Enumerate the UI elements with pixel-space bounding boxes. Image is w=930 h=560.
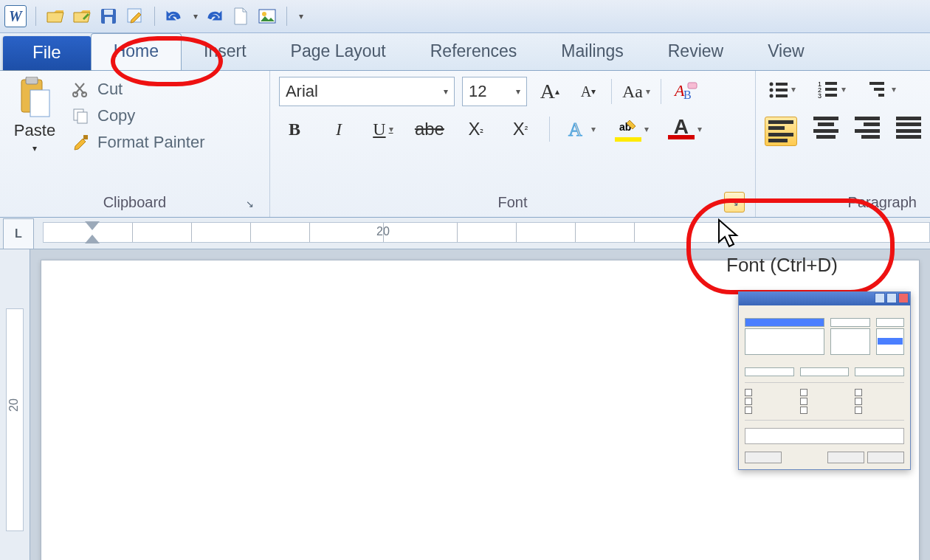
group-paragraph: 123 Parag [756,71,930,217]
numbering-icon[interactable]: 123 [815,77,849,102]
svg-rect-13 [83,135,88,139]
svg-rect-1 [104,10,113,15]
svg-text:B: B [683,89,692,101]
picture-icon[interactable] [257,6,278,27]
tab-insert[interactable]: Insert [182,34,269,70]
first-line-indent-icon[interactable] [85,221,100,230]
underline-icon[interactable]: U [368,117,399,142]
ribbon-home: Paste ▾ Cut Copy [0,71,930,218]
clipboard-dialog-launcher-icon[interactable]: ↘ [243,196,258,211]
scissors-icon [71,80,90,99]
tab-file[interactable]: File [3,36,91,70]
strikethrough-icon[interactable]: abe [412,117,447,142]
horizontal-ruler[interactable]: 20 [43,222,930,243]
tab-page-layout[interactable]: Page Layout [269,34,408,70]
word-app-icon[interactable]: W [4,5,27,27]
group-label-paragraph: Paragraph [765,193,921,214]
tab-review[interactable]: Review [646,34,745,70]
svg-point-23 [770,94,774,98]
paste-icon[interactable] [17,77,52,118]
superscript-icon[interactable]: X² [505,117,536,142]
format-painter-label: Format Painter [97,133,205,152]
font-name-value: Arial [286,82,318,101]
svg-rect-16 [688,83,697,89]
svg-rect-31 [869,82,884,85]
save-icon[interactable] [98,6,119,27]
cut-button[interactable]: Cut [71,80,205,99]
svg-rect-22 [776,89,788,91]
bullets-icon[interactable] [765,77,799,102]
svg-rect-30 [825,94,837,97]
svg-rect-8 [30,90,49,117]
tab-references[interactable]: References [408,34,540,70]
undo-dropdown-icon[interactable]: ▾ [193,11,198,21]
svg-rect-20 [776,83,788,86]
font-name-combo[interactable]: Arial ▾ [279,77,455,106]
tab-view[interactable]: View [745,34,826,70]
redo-icon[interactable] [204,6,224,27]
font-dialog-preview [738,291,911,470]
group-label-clipboard: Clipboard ↘ [9,193,261,214]
svg-rect-24 [776,94,788,97]
align-center-icon[interactable] [813,117,838,139]
ruler-area: L 20 [0,218,930,249]
font-size-value: 12 [469,82,486,101]
svg-point-5 [262,12,266,16]
open-recent-icon[interactable] [72,6,92,27]
font-tooltip: Font (Ctrl+D) [723,252,841,278]
svg-rect-32 [874,88,884,91]
undo-icon[interactable] [164,6,185,27]
font-size-combo[interactable]: 12 ▾ [462,77,527,106]
open-icon[interactable] [45,6,66,27]
copy-button[interactable]: Copy [71,106,205,125]
format-painter-button[interactable]: Format Painter [71,133,205,152]
hanging-indent-icon[interactable] [85,235,100,243]
svg-point-21 [770,89,774,92]
svg-text:3: 3 [818,92,822,98]
align-right-icon[interactable] [855,117,880,139]
group-font: Arial ▾ 12 ▾ A▴ A▾ Aa [270,71,756,217]
qat-separator [35,7,36,26]
shrink-font-icon[interactable]: A▾ [573,79,604,104]
qat-customize-icon[interactable]: ▾ [299,11,303,21]
svg-rect-12 [78,112,87,123]
quick-access-toolbar: W ▾ ▾ [0,0,930,33]
edit-icon[interactable] [125,6,145,27]
grow-font-icon[interactable]: A▴ [534,79,565,104]
clear-formatting-icon[interactable]: A B [669,79,701,104]
font-dialog-launcher-icon[interactable]: ↘ [724,192,745,212]
svg-point-9 [73,92,78,97]
chevron-down-icon: ▾ [516,86,520,97]
multilevel-list-icon[interactable] [865,77,899,102]
font-color-icon[interactable]: A [665,117,705,142]
change-case-icon[interactable]: Aa [619,79,653,104]
group-label-font: Font ↘ [279,193,746,214]
svg-rect-28 [825,88,837,91]
align-justify-icon[interactable] [896,117,921,139]
qat-separator [286,7,287,26]
bold-icon[interactable]: B [279,117,310,142]
tab-mailings[interactable]: Mailings [539,34,645,70]
svg-text:A: A [568,119,582,140]
vruler-tick-label: 20 [7,398,21,412]
subscript-icon[interactable]: X₂ [461,117,492,142]
svg-rect-7 [26,77,38,84]
highlight-icon[interactable]: ab [612,117,652,142]
copy-label: Copy [97,106,135,125]
group-clipboard: Paste ▾ Cut Copy [0,71,270,217]
new-document-icon[interactable] [230,6,251,27]
svg-point-19 [770,83,774,86]
svg-rect-33 [878,94,884,97]
text-effects-icon[interactable]: A [563,117,599,142]
tab-home[interactable]: Home [91,33,182,70]
paste-dropdown-icon[interactable]: ▾ [32,143,37,153]
italic-icon[interactable]: I [323,117,354,142]
copy-icon [71,106,90,125]
ribbon-tabs: File Home Insert Page Layout References … [0,33,930,71]
align-left-icon[interactable] [765,117,797,146]
font-tooltip-label: Font (Ctrl+D) [723,252,841,278]
paintbrush-icon [71,133,90,152]
tab-selector-icon[interactable]: L [3,218,34,249]
vertical-ruler[interactable]: 20 [0,249,30,560]
paste-button[interactable]: Paste [14,121,55,140]
